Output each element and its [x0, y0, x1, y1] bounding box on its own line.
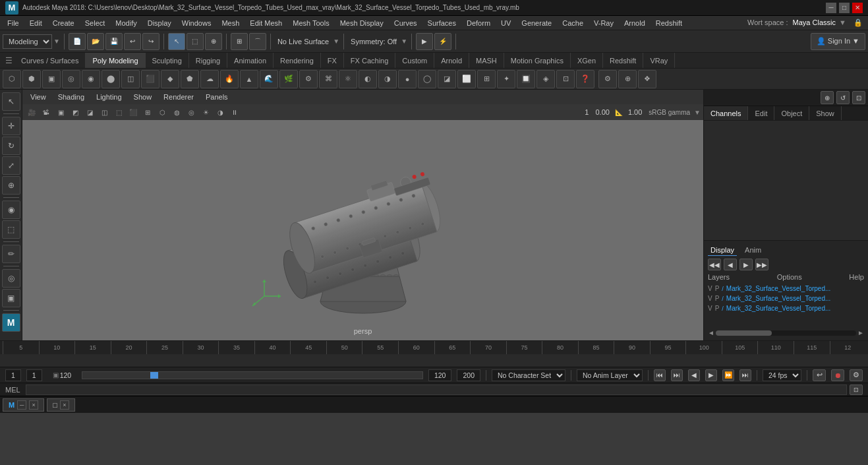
rp-tab-channels[interactable]: Channels [704, 106, 748, 120]
range-start[interactable]: 1 [26, 369, 42, 381]
menu-curves[interactable]: Curves [390, 18, 422, 28]
vp-toggle-1[interactable]: ▣ [54, 106, 67, 119]
tab-custom[interactable]: Custom [395, 53, 434, 68]
icon-poly3[interactable]: ▣ [42, 70, 61, 88]
menu-cache[interactable]: Cache [558, 18, 588, 28]
save-file-button[interactable]: 💾 [105, 33, 123, 50]
icon-poly9[interactable]: ◆ [161, 70, 179, 88]
icon-poly27[interactable]: 🔲 [517, 70, 535, 88]
transport-next-key[interactable]: ⏩ [722, 369, 734, 381]
vp-toggle-5[interactable]: ⬚ [112, 106, 125, 119]
icon-poly6[interactable]: ⬤ [101, 70, 120, 88]
maya-logo-button[interactable]: M [2, 313, 20, 332]
tab-rendering[interactable]: Rendering [274, 53, 321, 68]
menu-mesh-display[interactable]: Mesh Display [335, 18, 388, 28]
menu-deform[interactable]: Deform [462, 18, 495, 28]
transport-backward[interactable]: ◀ [688, 369, 700, 381]
taskbar-maya-min[interactable]: ─ [17, 400, 26, 410]
viewport-3d[interactable]: persp [22, 120, 703, 340]
menu-surfaces[interactable]: Surfaces [423, 18, 461, 28]
icon-poly16[interactable]: ⚙ [299, 70, 318, 88]
layer-v-1[interactable]: V [708, 285, 712, 292]
menu-edit[interactable]: Edit [25, 18, 47, 28]
menu-create[interactable]: Create [48, 18, 79, 28]
transport-first[interactable]: ⏮ [654, 369, 666, 381]
rp-tab-show[interactable]: Show [809, 106, 842, 120]
soft-select-button[interactable]: ◉ [2, 201, 20, 219]
vp-menu-renderer[interactable]: Renderer [158, 92, 199, 102]
tab-vray[interactable]: VRay [643, 53, 675, 68]
tab-fx[interactable]: FX [321, 53, 344, 68]
layer-p-1[interactable]: P [715, 285, 720, 292]
tab-motion-graphics[interactable]: Motion Graphics [504, 53, 571, 68]
playback-slider[interactable] [82, 371, 423, 379]
vp-menu-lighting[interactable]: Lighting [91, 92, 127, 102]
viewport[interactable]: View Shading Lighting Show Renderer Pane… [22, 90, 703, 340]
taskbar-maya[interactable]: M ─ × [3, 398, 44, 412]
workspace-lock-icon[interactable]: 🔒 [854, 18, 863, 26]
icon-poly28[interactable]: ◈ [536, 70, 555, 88]
menu-display[interactable]: Display [143, 18, 176, 28]
icon-poly23[interactable]: ◪ [438, 70, 456, 88]
select-button[interactable]: ↖ [2, 92, 20, 111]
icon-poly10[interactable]: ⬟ [181, 70, 199, 88]
layer-p-2[interactable]: P [715, 295, 720, 302]
icon-poly7[interactable]: ◫ [121, 70, 140, 88]
menu-redshift[interactable]: Redshift [651, 18, 687, 28]
layer-folder-3[interactable]: / [722, 305, 724, 312]
menu-arnold[interactable]: Arnold [620, 18, 650, 28]
sculpt-button[interactable]: ✏ [2, 245, 20, 263]
scroll-track[interactable] [716, 330, 856, 336]
icon-poly17[interactable]: ⌘ [319, 70, 337, 88]
transport-forward[interactable]: ▶ [705, 369, 717, 381]
menu-vray[interactable]: V-Ray [589, 18, 618, 28]
rotate-button[interactable]: ↻ [2, 137, 20, 155]
lasso-select-button[interactable]: ⬚ [2, 220, 20, 239]
layer-folder-1[interactable]: / [722, 286, 724, 292]
icon-poly14[interactable]: 🌊 [260, 70, 278, 88]
icon-poly31[interactable]: ⚙ [598, 70, 617, 88]
scroll-left[interactable]: ◄ [708, 329, 714, 336]
rp-display-tab[interactable]: Display [708, 245, 737, 256]
sign-in-button[interactable]: 👤 Sign In ▼ [811, 33, 865, 50]
icon-poly12[interactable]: 🔥 [220, 70, 239, 88]
snap-curve-button[interactable]: ⌒ [249, 33, 266, 50]
open-file-button[interactable]: 📂 [87, 33, 104, 50]
icon-poly26[interactable]: ✦ [497, 70, 515, 88]
taskbar-second-close[interactable]: × [60, 400, 69, 410]
character-set-dropdown[interactable]: No Character Set [492, 369, 565, 381]
rp-next-key[interactable]: ▶ [739, 259, 753, 270]
menu-file[interactable]: File [3, 18, 24, 28]
vp-toggle-3[interactable]: ◪ [83, 106, 96, 119]
module-toggle-left[interactable]: ☰ [3, 53, 14, 68]
universal-button[interactable]: ⊕ [2, 176, 20, 195]
timeline-ruler[interactable]: 5 10 15 20 25 30 35 40 45 50 55 60 65 70… [0, 341, 868, 354]
rp-icon-1[interactable]: ⊕ [821, 91, 834, 104]
menu-uv[interactable]: UV [496, 18, 515, 28]
vp-gamma-select[interactable]: sRGB gamma [646, 106, 693, 119]
tab-poly-modeling[interactable]: Poly Modeling [86, 53, 145, 68]
tab-rigging[interactable]: Rigging [189, 53, 227, 68]
range-end[interactable]: 120 [428, 369, 452, 381]
tab-sculpting[interactable]: Sculpting [146, 53, 189, 68]
rp-tab-object[interactable]: Object [774, 106, 809, 120]
keyframe-button[interactable]: ↩ [813, 369, 826, 381]
rp-icon-2[interactable]: ↺ [836, 91, 850, 104]
rp-anim-tab[interactable]: Anim [742, 245, 764, 256]
icon-poly5[interactable]: ◉ [82, 70, 100, 88]
vp-menu-panels[interactable]: Panels [200, 92, 233, 102]
mode-dropdown-arrow[interactable]: ▼ [53, 38, 60, 45]
command-output-button[interactable]: ⊡ [850, 385, 863, 395]
vp-light-button[interactable]: ☀ [199, 106, 212, 119]
vp-wireframe-button[interactable]: ⬡ [156, 106, 169, 119]
icon-poly33[interactable]: ❖ [638, 70, 656, 88]
fps-dropdown[interactable]: 24 fps [763, 369, 801, 381]
rp-prev-key[interactable]: ◀ [724, 259, 737, 270]
layer-p-3[interactable]: P [715, 305, 720, 312]
move-button[interactable]: ✛ [2, 117, 20, 135]
vp-menu-shading[interactable]: Shading [53, 92, 90, 102]
redo-button[interactable]: ↪ [142, 33, 159, 50]
rp-next-frame[interactable]: ▶▶ [755, 259, 768, 270]
menu-modify[interactable]: Modify [111, 18, 141, 28]
transform-button[interactable]: ⊕ [205, 33, 222, 50]
